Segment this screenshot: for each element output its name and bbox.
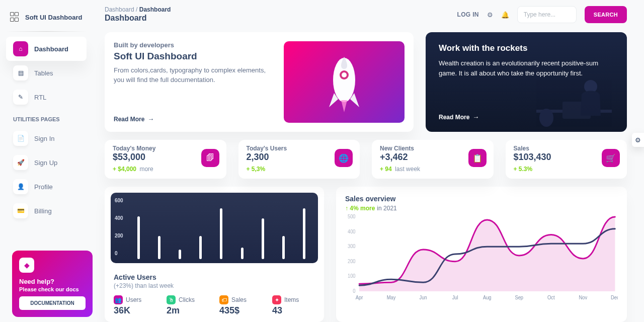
hero-body: From colors,cards, typography to complex… xyxy=(114,66,274,85)
help-card: ◆ Need help? Please check our docs DOCUM… xyxy=(12,251,93,317)
nav-label: Billing xyxy=(34,207,52,215)
nav-label: Sign In xyxy=(34,135,54,142)
svg-point-2 xyxy=(342,72,347,77)
gear-icon[interactable]: ⚙ xyxy=(487,11,493,19)
stat-icon: 🛒 xyxy=(602,149,620,167)
svg-text:Aug: Aug xyxy=(483,295,492,300)
brand-text: Soft UI Dashboard xyxy=(25,14,82,21)
stat-card: Sales $103,430 + 5.3% 🛒 xyxy=(506,140,627,179)
svg-text:Jun: Jun xyxy=(420,295,427,300)
metric-icon: 👥 xyxy=(114,295,123,304)
tables-icon: ▤ xyxy=(13,65,28,80)
svg-text:Sep: Sep xyxy=(515,295,523,300)
sidebar-item-billing[interactable]: 💳Billing xyxy=(6,199,87,223)
stat-card: Today's Money $53,000 + $4,000 more 🗐 xyxy=(105,140,226,179)
svg-text:Nov: Nov xyxy=(579,295,588,300)
svg-text:Apr: Apr xyxy=(356,295,363,300)
profile-icon: 👤 xyxy=(13,179,28,194)
sales-overview-card: Sales overview ↑ 4% morein 2021 50040030… xyxy=(336,187,627,322)
active-users-item: 🏷Sales435$ xyxy=(219,295,262,316)
svg-text:Dec: Dec xyxy=(611,295,618,300)
bar xyxy=(303,208,305,259)
metric-icon: 🖱 xyxy=(167,295,176,304)
svg-text:300: 300 xyxy=(348,244,356,249)
help-subtitle: Please check our docs xyxy=(19,286,86,292)
breadcrumb-root[interactable]: Dashboard xyxy=(105,6,134,13)
hero-read-more[interactable]: Read More → xyxy=(114,115,274,123)
bar xyxy=(158,236,160,259)
stat-icon: 🗐 xyxy=(201,149,219,167)
nav-label: Dashboard xyxy=(34,45,68,53)
search-button[interactable]: SEARCH xyxy=(585,6,627,23)
rtl-icon: ✎ xyxy=(13,90,28,105)
sign-up-icon: 🚀 xyxy=(13,155,28,170)
bar-chart: 6004002000 xyxy=(111,193,318,263)
active-users-item: 👥Users36K xyxy=(114,295,156,316)
breadcrumb-current: Dashboard xyxy=(139,6,171,13)
sales-overview-title: Sales overview xyxy=(345,195,618,203)
metric-icon: ✦ xyxy=(272,295,281,304)
stat-delta: + 5.3% xyxy=(514,166,619,173)
bell-icon[interactable]: 🔔 xyxy=(501,11,509,19)
hero-overline: Built by developers xyxy=(114,41,274,49)
active-users-item: 🖱Clicks2m xyxy=(167,295,209,316)
stat-card: New Clients +3,462 + 94 last week 📋 xyxy=(372,140,494,179)
stat-icon: 🌐 xyxy=(335,149,353,167)
stat-card: Today's Users 2,300 + 5,3% 🌐 xyxy=(238,140,360,179)
sidebar-item-rtl[interactable]: ✎RTL xyxy=(6,85,87,109)
stat-icon: 📋 xyxy=(468,149,487,167)
stat-delta: + 94 last week xyxy=(380,166,486,173)
bar xyxy=(199,236,202,259)
sidebar-item-profile[interactable]: 👤Profile xyxy=(6,175,87,199)
divider xyxy=(6,31,87,32)
login-link[interactable]: LOG IN xyxy=(457,11,479,18)
sidebar-item-sign-up[interactable]: 🚀Sign Up xyxy=(6,150,87,175)
bar xyxy=(262,218,264,259)
stat-delta: + $4,000 more xyxy=(113,166,218,173)
top-actions: LOG IN ⚙ 🔔 SEARCH xyxy=(457,6,627,23)
main: Dashboard / Dashboard Dashboard LOG IN ⚙… xyxy=(93,0,644,322)
brand[interactable]: Soft UI Dashboard xyxy=(6,8,87,30)
breadcrumb-area: Dashboard / Dashboard Dashboard xyxy=(105,6,171,23)
svg-text:400: 400 xyxy=(348,228,356,234)
sidebar-item-sign-in[interactable]: 📄Sign In xyxy=(6,126,87,150)
bar xyxy=(282,236,285,259)
brand-icon xyxy=(10,12,20,22)
svg-text:Jul: Jul xyxy=(452,295,458,300)
hero2-title: Work with the rockets xyxy=(439,43,614,53)
help-title: Need help? xyxy=(19,278,86,285)
sign-in-icon: 📄 xyxy=(13,131,28,146)
svg-text:100: 100 xyxy=(348,273,356,279)
bar xyxy=(137,216,140,259)
nav-label: Sign Up xyxy=(34,159,57,167)
hero-rockets-card: Work with the rockets Wealth creation is… xyxy=(426,32,627,132)
active-users-title: Active Users xyxy=(114,273,318,281)
documentation-button[interactable]: DOCUMENTATION xyxy=(19,296,86,310)
stat-delta: + 5,3% xyxy=(247,166,352,173)
search-input[interactable] xyxy=(517,6,577,23)
metric-icon: 🏷 xyxy=(219,295,228,304)
svg-text:500: 500 xyxy=(348,214,356,219)
svg-point-6 xyxy=(539,109,553,127)
breadcrumb[interactable]: Dashboard / Dashboard xyxy=(105,6,171,13)
billing-icon: 💳 xyxy=(13,203,28,218)
bar xyxy=(220,208,222,259)
sidebar-item-dashboard[interactable]: ⌂Dashboard xyxy=(6,37,87,61)
topbar: Dashboard / Dashboard Dashboard LOG IN ⚙… xyxy=(105,6,627,23)
line-chart: 5004003002001000AprMayJunJulAugSepOctNov… xyxy=(345,214,618,300)
hero-dev-card: Built by developers Soft UI Dashboard Fr… xyxy=(105,32,414,132)
arrow-right-icon: → xyxy=(472,113,479,121)
settings-fab[interactable]: ⚙ xyxy=(632,133,644,147)
bar xyxy=(179,250,181,259)
bar xyxy=(241,248,244,259)
svg-text:0: 0 xyxy=(353,288,355,294)
nav-label: Tables xyxy=(34,69,53,77)
svg-text:Oct: Oct xyxy=(547,295,555,300)
sales-overview-subtitle: ↑ 4% morein 2021 xyxy=(345,205,618,212)
nav-label: RTL xyxy=(34,94,46,101)
sidebar-item-tables[interactable]: ▤Tables xyxy=(6,61,87,85)
active-users-item: ✦Items43 xyxy=(272,295,315,316)
arrow-right-icon: → xyxy=(147,115,154,123)
rocket-image xyxy=(284,41,405,123)
active-users-subtitle: (+23%) than last week xyxy=(114,282,318,289)
